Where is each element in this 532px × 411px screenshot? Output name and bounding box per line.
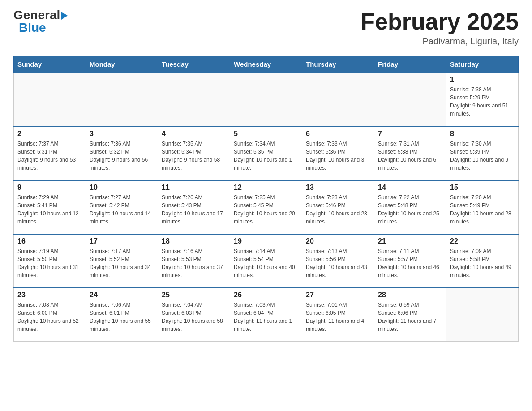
- day-number: 22: [450, 237, 515, 245]
- day-info: Sunrise: 7:13 AMSunset: 5:56 PMDaylight:…: [306, 247, 370, 279]
- calendar-day-cell: 25Sunrise: 7:04 AMSunset: 6:03 PMDayligh…: [158, 288, 230, 342]
- calendar-day-cell: 28Sunrise: 6:59 AMSunset: 6:06 PMDayligh…: [374, 288, 446, 342]
- calendar-day-cell: 16Sunrise: 7:19 AMSunset: 5:50 PMDayligh…: [14, 234, 86, 288]
- day-number: 16: [17, 237, 82, 245]
- day-number: 20: [306, 237, 370, 245]
- day-info: Sunrise: 7:30 AMSunset: 5:39 PMDaylight:…: [450, 140, 515, 172]
- day-number: 5: [234, 130, 298, 138]
- day-info: Sunrise: 7:31 AMSunset: 5:38 PMDaylight:…: [378, 140, 442, 172]
- day-number: 1: [450, 76, 515, 84]
- day-info: Sunrise: 7:11 AMSunset: 5:57 PMDaylight:…: [378, 247, 442, 279]
- day-number: 28: [378, 291, 442, 299]
- day-number: 8: [450, 130, 515, 138]
- day-number: 9: [17, 184, 82, 192]
- day-number: 2: [17, 130, 82, 138]
- day-number: 6: [306, 130, 370, 138]
- logo-blue-text: Blue: [19, 21, 46, 34]
- day-number: 21: [378, 237, 442, 245]
- day-info: Sunrise: 7:04 AMSunset: 6:03 PMDaylight:…: [162, 301, 226, 333]
- calendar-day-cell: 15Sunrise: 7:20 AMSunset: 5:49 PMDayligh…: [446, 180, 519, 234]
- title-block: February 2025 Padivarma, Liguria, Italy: [360, 9, 519, 47]
- day-info: Sunrise: 7:09 AMSunset: 5:58 PMDaylight:…: [450, 247, 515, 279]
- calendar-day-cell: 18Sunrise: 7:16 AMSunset: 5:53 PMDayligh…: [158, 234, 230, 288]
- day-info: Sunrise: 7:33 AMSunset: 5:36 PMDaylight:…: [306, 140, 370, 172]
- day-info: Sunrise: 7:38 AMSunset: 5:29 PMDaylight:…: [450, 86, 515, 118]
- calendar-day-cell: [302, 73, 374, 127]
- day-info: Sunrise: 7:03 AMSunset: 6:04 PMDaylight:…: [234, 301, 298, 333]
- page-header: General Blue February 2025 Padivarma, Li…: [13, 9, 519, 47]
- day-info: Sunrise: 7:36 AMSunset: 5:32 PMDaylight:…: [90, 140, 154, 172]
- day-number: 24: [90, 291, 154, 299]
- day-number: 7: [378, 130, 442, 138]
- day-info: Sunrise: 7:25 AMSunset: 5:45 PMDaylight:…: [234, 193, 298, 226]
- day-info: Sunrise: 7:19 AMSunset: 5:50 PMDaylight:…: [17, 247, 82, 279]
- day-number: 18: [162, 237, 226, 245]
- calendar-day-cell: 27Sunrise: 7:01 AMSunset: 6:05 PMDayligh…: [302, 288, 374, 342]
- day-number: 13: [306, 184, 370, 192]
- calendar-title: February 2025: [360, 9, 519, 34]
- calendar-day-cell: 3Sunrise: 7:36 AMSunset: 5:32 PMDaylight…: [86, 127, 158, 180]
- calendar-week-row: 23Sunrise: 7:08 AMSunset: 6:00 PMDayligh…: [14, 288, 519, 342]
- calendar-day-cell: 19Sunrise: 7:14 AMSunset: 5:54 PMDayligh…: [230, 234, 302, 288]
- calendar-day-cell: 4Sunrise: 7:35 AMSunset: 5:34 PMDaylight…: [158, 127, 230, 180]
- day-info: Sunrise: 7:37 AMSunset: 5:31 PMDaylight:…: [17, 140, 82, 172]
- calendar-day-cell: 26Sunrise: 7:03 AMSunset: 6:04 PMDayligh…: [230, 288, 302, 342]
- calendar-week-row: 2Sunrise: 7:37 AMSunset: 5:31 PMDaylight…: [14, 127, 519, 180]
- calendar-week-row: 9Sunrise: 7:29 AMSunset: 5:41 PMDaylight…: [14, 180, 519, 234]
- calendar-subtitle: Padivarma, Liguria, Italy: [360, 36, 519, 47]
- calendar-week-row: 1Sunrise: 7:38 AMSunset: 5:29 PMDaylight…: [14, 73, 519, 127]
- calendar-day-cell: 13Sunrise: 7:23 AMSunset: 5:46 PMDayligh…: [302, 180, 374, 234]
- calendar-day-cell: 7Sunrise: 7:31 AMSunset: 5:38 PMDaylight…: [374, 127, 446, 180]
- calendar-day-cell: 23Sunrise: 7:08 AMSunset: 6:00 PMDayligh…: [14, 288, 86, 342]
- day-info: Sunrise: 7:29 AMSunset: 5:41 PMDaylight:…: [17, 193, 82, 226]
- day-number: 11: [162, 184, 226, 192]
- day-number: 23: [17, 291, 82, 299]
- calendar-day-cell: 5Sunrise: 7:34 AMSunset: 5:35 PMDaylight…: [230, 127, 302, 180]
- day-info: Sunrise: 7:20 AMSunset: 5:49 PMDaylight:…: [450, 193, 515, 226]
- header-saturday: Saturday: [446, 56, 519, 73]
- header-tuesday: Tuesday: [158, 56, 230, 73]
- day-number: 3: [90, 130, 154, 138]
- day-info: Sunrise: 7:34 AMSunset: 5:35 PMDaylight:…: [234, 140, 298, 172]
- logo: General Blue: [13, 9, 68, 34]
- day-number: 12: [234, 184, 298, 192]
- day-info: Sunrise: 7:17 AMSunset: 5:52 PMDaylight:…: [90, 247, 154, 279]
- calendar-day-cell: 20Sunrise: 7:13 AMSunset: 5:56 PMDayligh…: [302, 234, 374, 288]
- calendar-day-cell: 9Sunrise: 7:29 AMSunset: 5:41 PMDaylight…: [14, 180, 86, 234]
- calendar-day-cell: 10Sunrise: 7:27 AMSunset: 5:42 PMDayligh…: [86, 180, 158, 234]
- day-number: 26: [234, 291, 298, 299]
- day-number: 17: [90, 237, 154, 245]
- header-thursday: Thursday: [302, 56, 374, 73]
- calendar-day-cell: 14Sunrise: 7:22 AMSunset: 5:48 PMDayligh…: [374, 180, 446, 234]
- day-info: Sunrise: 7:08 AMSunset: 6:00 PMDaylight:…: [17, 301, 82, 333]
- header-wednesday: Wednesday: [230, 56, 302, 73]
- header-friday: Friday: [374, 56, 446, 73]
- header-monday: Monday: [86, 56, 158, 73]
- calendar-day-cell: 6Sunrise: 7:33 AMSunset: 5:36 PMDaylight…: [302, 127, 374, 180]
- calendar-day-cell: 22Sunrise: 7:09 AMSunset: 5:58 PMDayligh…: [446, 234, 519, 288]
- calendar-header-row: Sunday Monday Tuesday Wednesday Thursday…: [14, 56, 519, 73]
- day-info: Sunrise: 7:01 AMSunset: 6:05 PMDaylight:…: [306, 301, 370, 333]
- calendar-day-cell: 12Sunrise: 7:25 AMSunset: 5:45 PMDayligh…: [230, 180, 302, 234]
- day-info: Sunrise: 7:35 AMSunset: 5:34 PMDaylight:…: [162, 140, 226, 172]
- day-info: Sunrise: 6:59 AMSunset: 6:06 PMDaylight:…: [378, 301, 442, 333]
- calendar-day-cell: [14, 73, 86, 127]
- day-number: 19: [234, 237, 298, 245]
- day-info: Sunrise: 7:14 AMSunset: 5:54 PMDaylight:…: [234, 247, 298, 279]
- calendar-day-cell: 2Sunrise: 7:37 AMSunset: 5:31 PMDaylight…: [14, 127, 86, 180]
- day-info: Sunrise: 7:16 AMSunset: 5:53 PMDaylight:…: [162, 247, 226, 279]
- calendar-table: Sunday Monday Tuesday Wednesday Thursday…: [13, 56, 519, 342]
- day-number: 25: [162, 291, 226, 299]
- calendar-day-cell: [446, 288, 519, 342]
- calendar-day-cell: 1Sunrise: 7:38 AMSunset: 5:29 PMDaylight…: [446, 73, 519, 127]
- calendar-day-cell: 24Sunrise: 7:06 AMSunset: 6:01 PMDayligh…: [86, 288, 158, 342]
- day-number: 4: [162, 130, 226, 138]
- calendar-day-cell: 17Sunrise: 7:17 AMSunset: 5:52 PMDayligh…: [86, 234, 158, 288]
- day-number: 14: [378, 184, 442, 192]
- day-number: 15: [450, 184, 515, 192]
- day-number: 27: [306, 291, 370, 299]
- day-number: 10: [90, 184, 154, 192]
- calendar-day-cell: [230, 73, 302, 127]
- day-info: Sunrise: 7:06 AMSunset: 6:01 PMDaylight:…: [90, 301, 154, 333]
- logo-general-text: General: [13, 9, 68, 21]
